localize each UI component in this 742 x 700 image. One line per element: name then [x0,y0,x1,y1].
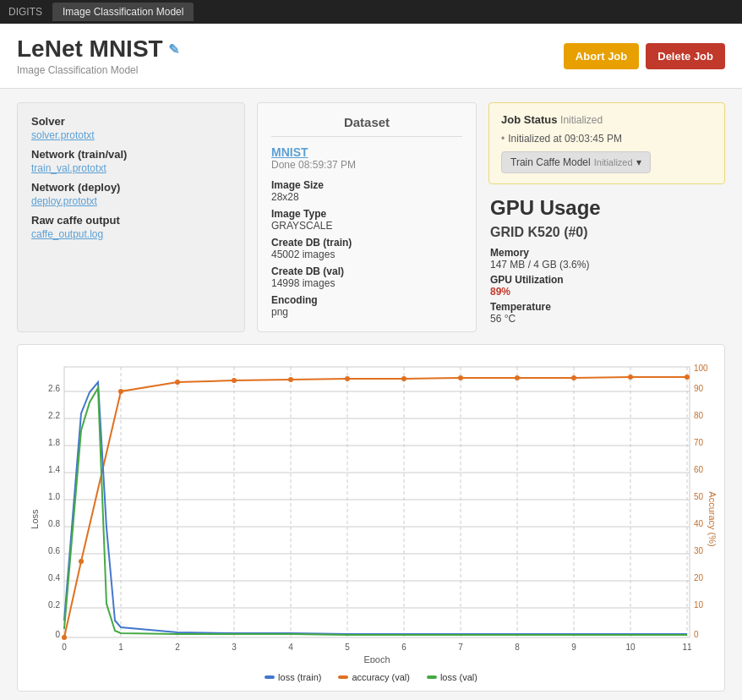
svg-rect-0 [64,367,690,637]
chart-legend: loss (train) accuracy (val) loss (val) [26,672,716,682]
svg-text:50: 50 [694,492,704,501]
edit-title-icon[interactable]: ✎ [168,41,179,57]
svg-point-63 [458,375,463,380]
svg-text:6: 6 [401,643,406,652]
svg-text:0.6: 0.6 [48,546,60,555]
nav-tab-image-classification[interactable]: Image Classification Model [52,3,194,21]
right-panel: Job Status Initialized Initialized at 09… [488,102,725,332]
solver-prototxt-link[interactable]: solver.prototxt [31,129,231,141]
image-type-value: GRAYSCALE [271,220,462,232]
encoding-label: Encoding [271,294,462,306]
svg-text:1.0: 1.0 [48,492,60,501]
gpu-temperature-label: Temperature [490,301,723,313]
svg-text:0: 0 [694,630,699,639]
model-files-panel: Solver solver.prototxt Network (train/va… [17,102,245,332]
gpu-utilization-label: GPU Utilization [490,274,723,286]
svg-text:2: 2 [175,643,180,652]
delete-job-button[interactable]: Delete Job [646,43,725,69]
chart-svg: Loss Accuracy (%) [26,358,719,663]
train-caffe-model-button[interactable]: Train Caffe Model Initialized ▾ [501,151,651,173]
svg-point-65 [571,375,576,380]
title-block: LeNet MNIST ✎ Image Classification Model [17,36,179,76]
encoding-value: png [271,306,462,318]
dataset-panel: Dataset MNIST Done 08:59:37 PM Image Siz… [257,102,477,332]
dropdown-icon: ▾ [636,156,641,168]
svg-text:0.2: 0.2 [48,600,60,610]
image-size-label: Image Size [271,179,462,191]
svg-text:5: 5 [345,643,350,652]
digits-brand[interactable]: DIGITS [8,6,42,18]
svg-point-64 [515,375,520,380]
legend-dot-loss-val [427,675,437,679]
abort-job-button[interactable]: Abort Job [564,43,639,69]
initialized-status-item: Initialized at 09:03:45 PM [501,133,712,145]
y-left-axis-label: Loss [30,509,40,529]
svg-text:80: 80 [694,411,704,420]
gpu-utilization-value: 89% [490,286,723,298]
svg-text:60: 60 [694,465,704,474]
y-right-axis-label: Accuracy (%) [707,491,717,546]
svg-point-58 [175,380,180,385]
svg-text:40: 40 [694,519,704,528]
caffe-output-log-link[interactable]: caffe_output.log [31,228,231,240]
svg-text:2.2: 2.2 [48,411,60,420]
svg-text:11: 11 [682,643,692,652]
create-db-train-value: 45002 images [271,249,462,260]
legend-label-loss-train: loss (train) [278,672,321,682]
deploy-prototxt-link[interactable]: deploy.prototxt [31,195,231,207]
network-train-label: Network (train/val) [31,148,231,161]
svg-point-67 [685,375,690,380]
raw-output-label: Raw caffe output [31,214,231,227]
dataset-name-link[interactable]: MNIST [271,145,308,159]
svg-point-60 [288,377,293,382]
chart-area: 0 0.2 0.4 0.6 0.8 1.0 1.4 1.8 2.2 2.6 0 … [48,364,708,663]
top-navigation: DIGITS Image Classification Model [0,0,742,24]
gpu-model-name: GRID K520 (#0) [490,225,723,240]
legend-accuracy-val: accuracy (val) [338,672,409,682]
gpu-memory-value: 147 MB / 4 GB (3.6%) [490,259,723,271]
image-type-label: Image Type [271,208,462,220]
svg-point-55 [62,635,67,640]
legend-dot-accuracy-val [338,675,348,679]
header-buttons: Abort Job Delete Job [564,43,725,69]
create-db-val-value: 14998 images [271,277,462,289]
top-row: Solver solver.prototxt Network (train/va… [17,102,725,332]
svg-point-66 [628,375,633,380]
legend-loss-train: loss (train) [265,672,321,682]
page-subtitle: Image Classification Model [17,64,179,76]
train-val-prototxt-link[interactable]: train_val.prototxt [31,162,231,174]
image-size-value: 28x28 [271,191,462,203]
gpu-section: GPU Usage GRID K520 (#0) Memory 147 MB /… [488,196,725,328]
svg-point-61 [345,376,350,381]
main-content: Solver solver.prototxt Network (train/va… [0,89,742,700]
dataset-done-text: Done 08:59:37 PM [271,159,462,171]
dataset-panel-title: Dataset [271,115,462,137]
svg-text:100: 100 [694,364,708,373]
svg-point-59 [232,378,237,383]
svg-point-56 [79,559,84,564]
training-chart: Loss Accuracy (%) [17,344,725,692]
svg-text:Epoch: Epoch [363,654,390,663]
gpu-section-title: GPU Usage [490,196,723,220]
svg-text:30: 30 [694,546,704,555]
job-status-header: Job Status Initialized [501,113,712,126]
svg-text:2.6: 2.6 [48,384,60,393]
svg-text:10: 10 [694,600,704,610]
svg-text:0.4: 0.4 [48,573,60,582]
job-status-box: Job Status Initialized Initialized at 09… [488,102,725,184]
svg-text:0: 0 [62,643,67,652]
legend-loss-val: loss (val) [427,672,477,682]
svg-text:9: 9 [571,643,576,652]
legend-dot-loss-train [265,675,275,679]
svg-text:90: 90 [694,384,704,393]
svg-text:70: 70 [694,438,704,447]
solver-label: Solver [31,115,231,128]
network-deploy-label: Network (deploy) [31,181,231,194]
svg-text:4: 4 [288,643,293,652]
legend-label-accuracy-val: accuracy (val) [352,672,409,682]
page-title: LeNet MNIST ✎ [17,36,179,63]
gpu-memory-label: Memory [490,247,723,259]
create-db-val-label: Create DB (val) [271,265,462,277]
gpu-temperature-value: 56 °C [490,313,723,325]
train-model-status: Initialized [594,157,633,167]
